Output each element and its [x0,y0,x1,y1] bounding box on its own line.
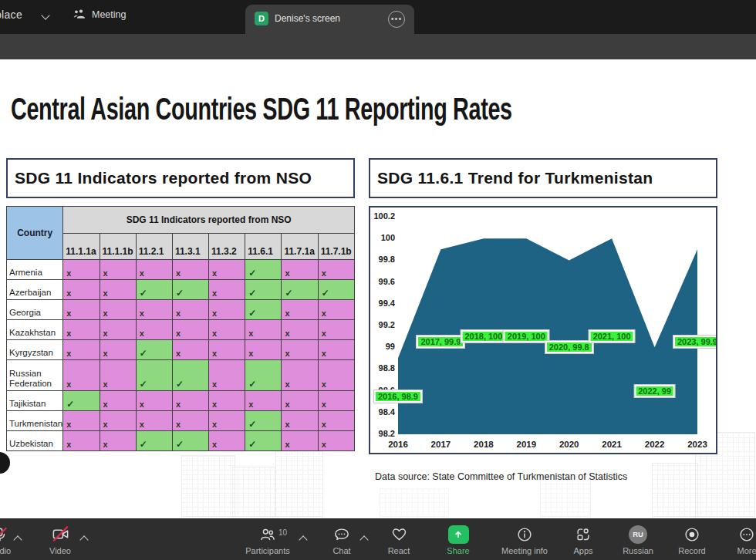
table-row: Georgiaxxxxx✓xx [7,300,355,320]
indicators-panel-title-box: SDG 11 Indicators reported from NSO [6,158,355,198]
indicator-missing-cell: x [209,260,245,280]
workspace-name-label[interactable]: place [0,8,22,21]
indicator-missing-cell: x [63,280,100,300]
y-axis-tick-label: 98.2 [372,429,395,438]
participants-button[interactable]: 10 Participants [229,525,306,558]
tab-denises-screen-label: Denise's screen [275,13,340,24]
indicator-missing-cell: x [63,431,100,451]
tab-content-header-strip [0,34,756,59]
indicator-reported-cell: ✓ [63,391,100,411]
y-axis-tick-label: 99.8 [372,255,395,264]
country-cell: Tajikistan [7,391,63,411]
x-axis-tick-label: 2019 [509,440,543,449]
indicator-missing-cell: x [209,411,245,431]
table-row: Uzbekistanxx✓✓x✓xx [7,431,355,451]
indicator-missing-cell: x [209,340,245,360]
indicator-missing-cell: x [172,300,208,320]
tab-options-ellipsis-icon[interactable]: ••• [388,11,405,28]
tab-meeting-label: Meeting [92,9,126,20]
table-row: Russian Federationxx✓✓x✓xx [7,360,355,391]
x-axis-tick-label: 2016 [381,440,415,449]
indicator-missing-cell: x [63,411,100,431]
data-label: 2018, 100 [461,330,506,342]
indicator-missing-cell: x [282,431,318,451]
indicator-missing-cell: x [318,360,354,391]
indicator-reported-cell: ✓ [172,360,208,391]
zoom-workplace-window: place Meeting D Denise's screen ••• [0,0,756,560]
indicator-missing-cell: x [209,300,245,320]
share-screen-icon [448,525,469,544]
indicator-reported-cell: ✓ [136,280,172,300]
language-ru-badge: RU [629,525,647,544]
y-axis-tick-label: 100.2 [372,211,395,221]
indicator-missing-cell: x [172,340,208,360]
trend-panel-title: SDG 11.6.1 Trend for Turkmenistan [377,169,653,187]
country-column-header: Country [7,207,63,260]
indicator-reported-cell: ✓ [136,340,172,360]
participants-label: Participants [229,546,306,555]
x-axis-tick-label: 2018 [467,440,501,449]
x-axis-tick-label: 2017 [424,440,457,449]
participants-icon [229,525,306,544]
indicator-column-header: 11.3.2 [209,234,245,260]
indicator-missing-cell: x [282,260,318,280]
x-axis-tick-label: 2020 [552,440,586,449]
table-row: Azerbaijanxx✓✓x✓✓✓ [7,280,355,300]
data-label: 2020, 99.8 [545,341,593,353]
more-ellipsis-icon [712,525,756,544]
indicator-missing-cell: x [318,260,354,280]
indicator-missing-cell: x [63,260,100,280]
chevron-down-icon[interactable] [41,11,49,19]
participants-count-badge: 10 [278,528,287,537]
share-button[interactable]: Share [424,525,493,558]
indicator-reported-cell: ✓ [245,300,282,320]
indicator-missing-cell: x [245,391,282,411]
indicator-missing-cell: x [136,320,172,340]
indicator-reported-cell: ✓ [136,360,172,391]
indicator-missing-cell: x [318,340,354,360]
y-axis-tick-label: 100 [372,233,395,242]
edge-floating-bubble[interactable] [0,452,10,474]
indicator-reported-cell: ✓ [245,360,282,391]
indicator-missing-cell: x [209,431,245,451]
indicator-missing-cell: x [172,320,208,340]
indicator-reported-cell: ✓ [282,280,318,300]
country-cell: Kazakhstan [7,320,63,340]
indicator-missing-cell: x [136,300,172,320]
indicator-reported-cell: ✓ [136,431,172,451]
table-row: Turkmenistanxxxxx✓xx [7,411,355,431]
indicator-column-header: 11.7.1a [282,234,318,260]
indicator-missing-cell: x [209,280,245,300]
tab-meeting[interactable]: Meeting [73,8,126,21]
meeting-toolbar: Audio Video 10 Participants [0,518,756,560]
more-button[interactable]: More [712,525,756,558]
people-icon [73,8,86,21]
indicator-column-header: 11.2.1 [136,234,172,260]
indicator-missing-cell: x [100,391,136,411]
y-axis-tick-label: 98.4 [372,407,395,417]
video-label: Video [25,546,95,555]
video-button[interactable]: Video [25,525,95,558]
indicator-missing-cell: x [100,320,136,340]
data-label: 2023, 99.9 [673,336,717,348]
indicator-missing-cell: x [100,431,136,451]
indicator-missing-cell: x [245,340,282,360]
data-label: 2021, 100 [589,330,635,342]
indicator-missing-cell: x [282,360,318,391]
indicator-missing-cell: x [100,411,136,431]
y-axis-tick-label: 99 [372,342,395,351]
indicator-reported-cell: ✓ [245,411,282,431]
indicator-reported-cell: ✓ [245,280,282,300]
indicator-missing-cell: x [172,411,208,431]
indicator-missing-cell: x [209,391,245,411]
window-tab-bar: place Meeting D Denise's screen ••• [0,0,756,34]
x-axis-tick-label: 2021 [595,440,629,449]
indicator-missing-cell: x [172,260,208,280]
indicator-missing-cell: x [282,391,318,411]
table-row: Kyrgyzstanxx✓xxxxx [7,340,355,360]
trend-panel: SDG 11.6.1 Trend for Turkmenistan 100.21… [369,158,717,482]
tab-denises-screen[interactable]: D Denise's screen ••• [245,5,414,34]
indicator-missing-cell: x [63,340,100,360]
indicator-missing-cell: x [136,411,172,431]
country-cell: Russian Federation [7,360,63,391]
